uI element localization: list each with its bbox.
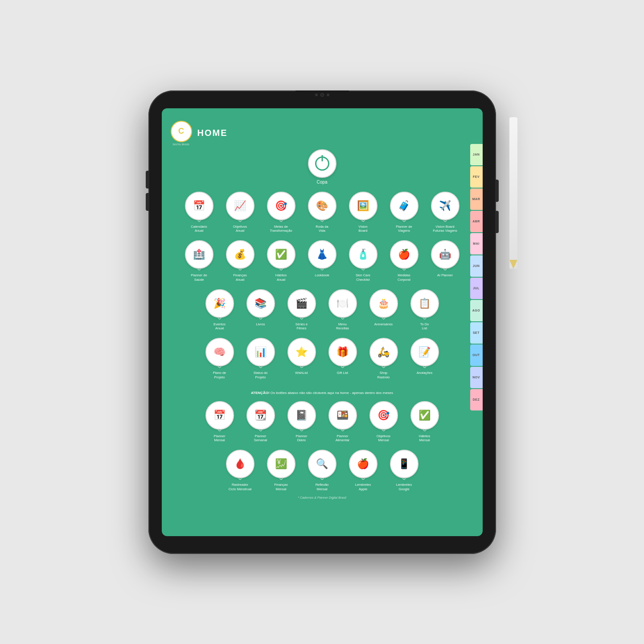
footer-text: * Cadernos & Planner Digital Brasil <box>171 496 474 499</box>
aniversarios-button[interactable]: 🎂 <box>369 289 398 318</box>
list-item: 🍎 LembretesApple <box>345 450 381 492</box>
financas-anual-button[interactable]: 💰 <box>226 240 254 269</box>
copa-label: Copa <box>317 180 328 185</box>
lookbook-button[interactable]: 👗 <box>308 240 336 269</box>
list-item: 🍱 PlannerAlimentar <box>324 401 361 443</box>
vision-board-futuras-button[interactable]: ✈️ <box>431 192 459 220</box>
copa-button[interactable] <box>308 149 336 178</box>
habitos-anual-button[interactable]: ✅ <box>267 240 295 269</box>
planner-saude-button[interactable]: 🏥 <box>185 240 213 269</box>
side-button-top <box>495 180 499 202</box>
camera-dot-2 <box>327 94 329 96</box>
metas-transformacao-label: Metas deTransformação <box>270 225 292 234</box>
tab-set[interactable]: SET <box>470 322 483 344</box>
roda-vida-button[interactable]: 🎨 <box>308 192 336 220</box>
row-1: 📅 CalendárioAnual 📈 ObjetivosAnual 🎯 Met… <box>171 192 474 234</box>
planner-alimentar-label: PlannerAlimentar <box>336 434 350 443</box>
logo-circle: C <box>171 121 192 142</box>
roda-vida-label: Roda daVida <box>316 225 328 234</box>
gift-list-button[interactable]: 🎁 <box>328 338 357 366</box>
list-item: ✅ HábitosMensal <box>406 401 443 443</box>
list-item: 🤖 AI Planner <box>427 240 464 282</box>
objetivos-anual-button[interactable]: 📈 <box>226 192 254 220</box>
list-item: 📅 PlannerMensal <box>201 401 238 443</box>
wishlist-label: WishList <box>295 371 308 375</box>
ai-planner-button[interactable]: 🤖 <box>431 240 459 269</box>
list-item: 📊 Status doProjeto <box>242 338 279 380</box>
list-item: 🎯 ObjetivosMensal <box>365 401 402 443</box>
ai-planner-label: AI Planner <box>437 273 453 278</box>
volume-down-button <box>146 193 149 211</box>
tab-out[interactable]: OUT <box>470 345 483 366</box>
vision-board-button[interactable]: 🖼️ <box>349 192 377 220</box>
rastreador-ciclo-label: RastreadorCiclo Menstrual <box>229 483 252 492</box>
habitos-mensal-button: ✅ <box>410 401 439 430</box>
tab-jul[interactable]: JUL <box>470 278 483 299</box>
planner-viagens-label: Planner deViagens <box>396 225 412 234</box>
list-item: 🧴 Skin CareChecklist <box>345 240 381 282</box>
planner-semanal-button: 📆 <box>246 401 275 430</box>
list-item: 🎬 Séries eFilmes <box>283 289 320 331</box>
plano-projeto-button[interactable]: 🧠 <box>205 338 234 366</box>
tab-dez[interactable]: DEZ <box>470 389 483 410</box>
tab-nov[interactable]: NOV <box>470 367 483 388</box>
wishlist-button[interactable]: ⭐ <box>287 338 316 366</box>
tab-fev[interactable]: FEV <box>470 166 483 188</box>
calendario-anual-label: CalendárioAnual <box>191 225 207 234</box>
list-item: 🍎 MedidasCorporal <box>386 240 422 282</box>
objetivos-anual-label: ObjetivosAnual <box>233 225 247 234</box>
list-item: 💹 FinançasMensal <box>263 450 299 492</box>
list-item: 📅 CalendárioAnual <box>181 192 217 234</box>
list-item: 🛵 ShopRastreio <box>365 338 402 380</box>
vision-board-label: VisionBoard <box>358 225 367 234</box>
list-item: 🎉 EventosAnual <box>201 289 238 331</box>
objetivos-mensal-button: 🎯 <box>369 401 398 430</box>
list-item: 🖼️ VisionBoard <box>345 192 381 234</box>
gift-list-label: Gift List <box>337 371 348 375</box>
list-item: 📱 LembretesGoogle <box>386 450 422 492</box>
planner-diario-label: PlannerDiário <box>296 434 308 443</box>
medidas-corporais-button[interactable]: 🍎 <box>390 240 418 269</box>
financas-mensal-label: FinançasMensal <box>274 483 287 492</box>
list-item: 🎯 Metas deTransformação <box>263 192 299 234</box>
lembretes-apple-label: LembretesApple <box>355 483 371 492</box>
menu-receitas-button[interactable]: 🍽️ <box>328 289 357 318</box>
tab-mar[interactable]: MAR <box>470 189 483 210</box>
series-filmes-button[interactable]: 🎬 <box>287 289 316 318</box>
todo-list-button[interactable]: 📋 <box>410 289 439 318</box>
metas-transformacao-button[interactable]: 🎯 <box>267 192 295 220</box>
list-item: 🔍 ReflexãoMensal <box>304 450 340 492</box>
tab-ago[interactable]: AGO <box>470 300 483 321</box>
list-item: 📆 PlannerSemanal <box>242 401 279 443</box>
volume-up-button <box>146 171 149 189</box>
apple-pencil <box>509 117 517 269</box>
planner-viagens-button[interactable]: 🧳 <box>390 192 418 220</box>
calendario-anual-button[interactable]: 📅 <box>185 192 213 220</box>
shop-rastreio-button[interactable]: 🛵 <box>369 338 398 366</box>
copa-section: Copa <box>171 149 474 185</box>
skincare-button[interactable]: 🧴 <box>349 240 377 269</box>
tab-jan[interactable]: JAN <box>470 144 483 165</box>
reflexao-mensal-label: ReflexãoMensal <box>316 483 329 492</box>
livros-button[interactable]: 📚 <box>246 289 275 318</box>
list-item: 📚 Livros <box>242 289 279 331</box>
aniversarios-label: Aniversários <box>374 322 393 327</box>
eventos-anual-button[interactable]: 🎉 <box>205 289 234 318</box>
list-item: 🎂 Aniversários <box>365 289 402 331</box>
plano-projeto-label: Plano deProjeto <box>213 371 226 380</box>
planner-alimentar-button: 🍱 <box>328 401 357 430</box>
series-filmes-label: Séries eFilmes <box>295 322 308 331</box>
tab-jun[interactable]: JUN <box>470 255 483 277</box>
page-title: HOME <box>197 128 228 138</box>
planner-saude-label: Planner deSaúde <box>191 273 207 282</box>
anotacoes-button[interactable]: 📝 <box>410 338 439 366</box>
status-projeto-button[interactable]: 📊 <box>246 338 275 366</box>
list-item: 🍽️ MenuReceitas <box>324 289 361 331</box>
list-item: ✅ HábitosAnual <box>263 240 299 282</box>
tab-mai[interactable]: MAI <box>470 233 483 254</box>
financas-anual-label: FinançasAnual <box>233 273 246 282</box>
month-tabs: JANFEVMARABRMAIJUNJULAGOSETOUTNOVDEZ <box>470 144 483 410</box>
side-button-mid <box>495 211 499 233</box>
camera-dot <box>315 94 318 96</box>
tab-abr[interactable]: ABR <box>470 211 483 232</box>
